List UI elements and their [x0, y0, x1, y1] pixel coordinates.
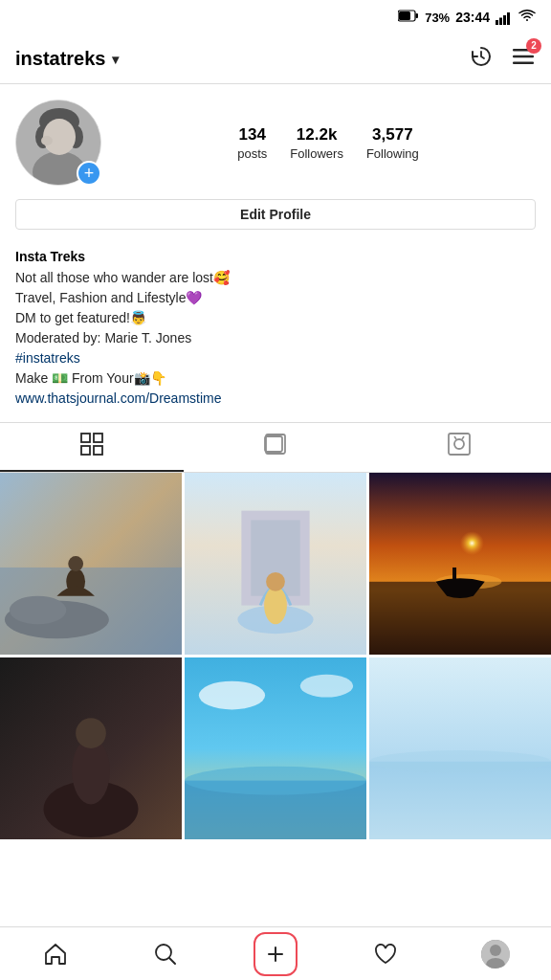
- bio-link[interactable]: www.thatsjournal.com/Dreamstime: [15, 390, 222, 406]
- stat-followers[interactable]: 12.2k Followers: [290, 125, 343, 161]
- svg-rect-4: [499, 17, 502, 25]
- photo-grid: [0, 473, 551, 839]
- svg-point-39: [264, 587, 287, 625]
- tab-row: [0, 423, 551, 473]
- top-nav-icons: 2: [469, 44, 536, 75]
- svg-rect-19: [81, 434, 90, 442]
- username-label: instatreks: [15, 48, 106, 70]
- followers-label: Followers: [290, 146, 343, 161]
- add-photo-button[interactable]: +: [77, 161, 101, 186]
- svg-rect-56: [369, 762, 551, 839]
- svg-rect-2: [399, 11, 410, 20]
- tab-grid[interactable]: [0, 423, 184, 472]
- svg-line-28: [462, 436, 464, 439]
- svg-point-52: [185, 767, 366, 795]
- avatar-wrap[interactable]: +: [15, 100, 101, 186]
- bio-line-2: Travel, Fashion and Lifestyle💜: [15, 288, 536, 308]
- svg-point-40: [266, 572, 285, 591]
- bio-line-3: DM to get featured!👼: [15, 308, 536, 328]
- wifi-icon: [518, 10, 536, 25]
- svg-rect-32: [0, 568, 182, 655]
- svg-rect-22: [94, 446, 102, 455]
- profile-top: + 134 posts 12.2k Followers 3,577 Follow…: [15, 100, 536, 186]
- following-label: Following: [366, 146, 419, 161]
- bottom-nav: [0, 926, 551, 980]
- bio-name: Insta Treks: [15, 249, 536, 264]
- svg-line-27: [454, 436, 456, 439]
- profile-button[interactable]: [441, 927, 551, 980]
- history-button[interactable]: [469, 44, 494, 75]
- add-post-icon: [253, 932, 298, 976]
- svg-point-54: [300, 675, 353, 698]
- svg-rect-6: [507, 12, 510, 25]
- svg-point-49: [76, 718, 106, 748]
- svg-rect-1: [416, 13, 419, 18]
- svg-point-53: [199, 681, 265, 710]
- profile-thumb-icon: [481, 940, 510, 969]
- svg-point-57: [369, 750, 551, 773]
- bio-text: Not all those who wander are lost🥰 Trave…: [15, 268, 536, 409]
- home-button[interactable]: [0, 927, 110, 980]
- bio-line-4: Moderated by: Marie T. Jones: [15, 328, 536, 348]
- svg-point-63: [490, 945, 501, 956]
- search-button[interactable]: [110, 927, 220, 980]
- svg-rect-8: [513, 55, 534, 57]
- activity-button[interactable]: [331, 927, 441, 980]
- svg-point-18: [41, 136, 53, 145]
- bio-promo: Make 💵 From Your📸👇: [15, 368, 536, 389]
- battery-icon: [398, 10, 419, 25]
- video-icon: [263, 432, 288, 462]
- svg-point-26: [454, 439, 464, 449]
- svg-rect-25: [449, 434, 470, 455]
- grid-item-5[interactable]: [185, 657, 366, 839]
- svg-rect-3: [496, 20, 498, 25]
- edit-profile-button[interactable]: Edit Profile: [15, 199, 536, 230]
- followers-count: 12.2k: [297, 125, 338, 145]
- svg-rect-21: [81, 446, 90, 455]
- battery-percent: 73%: [425, 11, 450, 25]
- svg-point-42: [435, 516, 501, 582]
- profile-header: + 134 posts 12.2k Followers 3,577 Follow…: [0, 84, 551, 241]
- bio-section: Insta Treks Not all those who wander are…: [0, 241, 551, 422]
- svg-line-59: [169, 958, 175, 964]
- username-area[interactable]: instatreks ▾: [15, 48, 119, 70]
- time-display: 23:44: [455, 10, 490, 25]
- stats-row: 134 posts 12.2k Followers 3,577 Followin…: [121, 125, 536, 161]
- grid-icon: [79, 432, 104, 462]
- grid-item-2[interactable]: [185, 473, 366, 655]
- bio-hashtag[interactable]: #instatreks: [15, 348, 536, 368]
- posts-label: posts: [237, 146, 267, 161]
- grid-item-3[interactable]: [369, 473, 551, 655]
- svg-rect-23: [265, 436, 282, 452]
- add-post-button[interactable]: [220, 927, 330, 980]
- tagged-icon: [447, 432, 472, 462]
- tab-video[interactable]: [184, 423, 367, 472]
- stat-posts[interactable]: 134 posts: [237, 125, 267, 161]
- bio-line-1: Not all those who wander are lost🥰: [15, 268, 536, 288]
- status-icons: 73% 23:44: [398, 10, 536, 25]
- menu-button[interactable]: 2: [511, 44, 536, 75]
- grid-item-6[interactable]: [369, 657, 551, 839]
- tab-tagged[interactable]: [367, 423, 551, 472]
- posts-count: 134: [239, 125, 266, 145]
- grid-item-1[interactable]: [0, 473, 182, 655]
- notification-badge: 2: [526, 38, 541, 54]
- following-count: 3,577: [372, 125, 413, 145]
- grid-item-4[interactable]: [0, 657, 182, 839]
- svg-rect-9: [513, 61, 534, 64]
- svg-rect-20: [94, 434, 102, 442]
- svg-rect-5: [503, 15, 506, 25]
- svg-point-34: [68, 556, 83, 571]
- dropdown-icon[interactable]: ▾: [112, 52, 119, 67]
- signal-icon: [496, 10, 513, 24]
- top-nav: instatreks ▾ 2: [0, 34, 551, 84]
- status-bar: 73% 23:44: [0, 0, 551, 34]
- stat-following[interactable]: 3,577 Following: [366, 125, 419, 161]
